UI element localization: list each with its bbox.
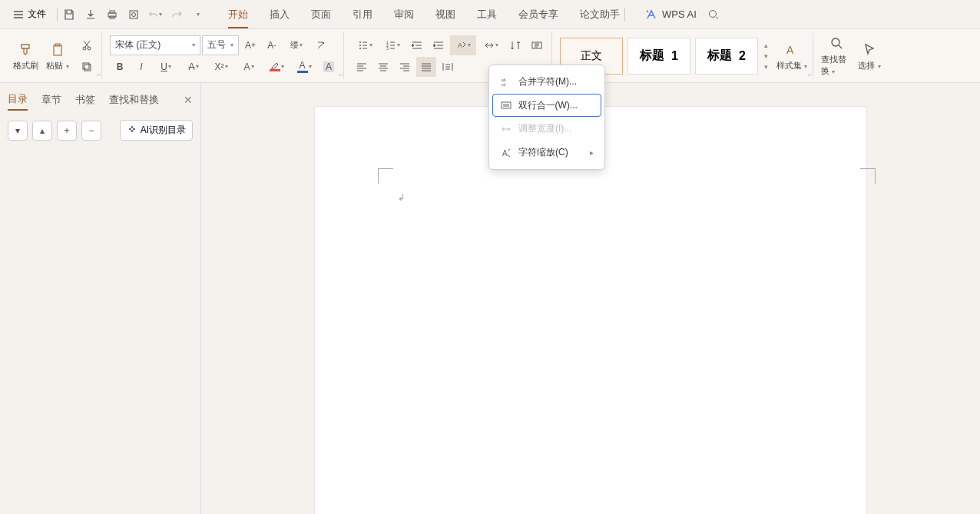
char-scale-icon: A [500,147,512,159]
tab-view[interactable]: 视图 [435,0,455,28]
shrink-font-button[interactable]: A- [262,35,282,55]
font-color-button[interactable]: A▾ [291,57,317,77]
style-heading1[interactable]: 标题 1 [627,38,690,75]
tab-insert[interactable]: 插入 [270,0,290,28]
margin-corner [860,168,876,184]
search-button[interactable] [707,8,720,21]
adjust-width-icon [500,123,512,135]
menu-adjust-width: 调整宽度(I)... [492,117,601,141]
ai-toc-button[interactable]: AI识别目录 [120,120,193,141]
char-shading-button[interactable]: A [319,57,339,77]
style-heading2[interactable]: 标题 2 [695,38,758,75]
increase-indent-button[interactable] [429,35,449,55]
select-button[interactable]: 选择 ▾ [853,41,886,71]
italic-button[interactable]: I [131,57,151,77]
text-effects-button[interactable]: A▾ [236,57,262,77]
phonetic-guide-button[interactable]: 缕▾ [283,35,310,55]
align-justify-button[interactable] [416,57,436,77]
nav-remove-button[interactable]: − [81,121,101,141]
paragraph-mark: ↲ [398,193,405,203]
nav-expand-button[interactable]: ▾ [8,121,28,141]
align-right-button[interactable] [395,57,415,77]
char-layout-button[interactable]: A▾ [450,35,476,55]
nav-tab-toc[interactable]: 目录 [8,89,28,111]
find-replace-button[interactable]: 查找替换 ▾ [821,35,853,77]
svg-point-12 [359,41,361,43]
nav-close-button[interactable]: ✕ [184,94,193,106]
text-direction-button[interactable]: ▾ [478,35,504,55]
underline-button[interactable]: U▾ [153,57,179,77]
cursor-icon [862,42,877,58]
export-button[interactable] [84,8,98,22]
sort-button[interactable] [505,35,525,55]
align-left-button[interactable] [352,57,372,77]
highlight-button[interactable]: ▾ [263,57,290,77]
separator [624,8,625,22]
font-name-combo[interactable]: 宋体 (正文)▾ [110,35,200,55]
styles-expand[interactable]: ⌐ [808,71,812,78]
tab-review[interactable]: 审阅 [394,0,414,28]
tab-references[interactable]: 引用 [353,0,372,28]
tab-member[interactable]: 会员专享 [518,0,558,28]
tab-page[interactable]: 页面 [311,0,331,28]
show-marks-button[interactable] [527,35,547,55]
svg-point-5 [709,10,716,17]
align-distribute-button[interactable] [438,57,458,77]
styles-more[interactable]: ▾ [763,62,770,71]
cut-button[interactable] [77,35,97,55]
separator [57,8,58,22]
svg-text:A: A [458,41,462,49]
save-button[interactable] [62,8,76,22]
style-set-button[interactable]: A 样式集 ▾ [776,41,808,71]
tab-tools[interactable]: 工具 [477,0,497,28]
wps-ai-button[interactable]: WPS AI [645,8,697,21]
submenu-arrow-icon: ▸ [590,148,594,157]
svg-rect-6 [54,45,61,55]
undo-button[interactable]: ▾ [148,8,162,22]
styles-up[interactable]: ▴ [763,41,770,50]
svg-rect-24 [502,102,511,108]
file-menu-button[interactable]: 文件 [6,5,52,24]
superscript-button[interactable]: X²▾ [208,57,234,77]
font-expand[interactable]: ⌐ [339,71,343,78]
styles-down[interactable]: ▾ [763,51,770,61]
decrease-indent-button[interactable] [407,35,427,55]
nav-tab-chapters[interactable]: 章节 [41,90,61,110]
svg-rect-10 [83,63,89,69]
format-painter-icon [18,42,33,58]
copy-button[interactable] [77,57,97,77]
qat-more-button[interactable]: ▾ [191,8,205,22]
redo-button[interactable] [170,8,184,22]
menu-char-scale[interactable]: A 字符缩放(C) ▸ [492,141,601,164]
nav-tab-bookmarks[interactable]: 书签 [75,90,95,110]
bullets-button[interactable]: ▾ [352,35,378,55]
font-size-combo[interactable]: 五号▾ [202,35,239,55]
align-center-button[interactable] [373,57,393,77]
bold-button[interactable]: B [110,57,130,77]
print-button[interactable] [105,8,119,22]
numbering-button[interactable]: 123▾ [379,35,406,55]
menu-merge-chars[interactable]: abcd 合并字符(M)... [492,70,601,94]
merge-chars-icon: abcd [500,76,512,88]
search-icon [829,36,845,51]
tab-home[interactable]: 开始 [228,0,248,28]
wps-ai-icon [645,8,657,21]
nav-tab-findreplace[interactable]: 查找和替换 [109,90,159,110]
nav-collapse-button[interactable]: ▴ [32,121,52,141]
tab-thesis[interactable]: 论文助手 [580,0,620,28]
strikethrough-button[interactable]: A▾ [180,57,207,77]
paste-button[interactable]: 粘贴 ▾ [41,41,74,71]
paste-icon [50,42,65,58]
svg-rect-3 [130,11,137,18]
grow-font-button[interactable]: A+ [240,35,260,55]
clipboard-expand[interactable]: ⌐ [97,71,101,78]
clear-format-button[interactable] [311,35,331,55]
style-set-icon: A [784,42,800,58]
menu-two-lines-in-one[interactable]: 双行合一(W)... [492,94,601,117]
svg-point-14 [359,48,361,49]
svg-point-13 [359,45,361,46]
print-preview-button[interactable] [127,8,141,22]
nav-add-button[interactable]: + [57,121,77,141]
margin-corner [378,168,393,184]
format-painter-button[interactable]: 格式刷 [9,41,41,71]
